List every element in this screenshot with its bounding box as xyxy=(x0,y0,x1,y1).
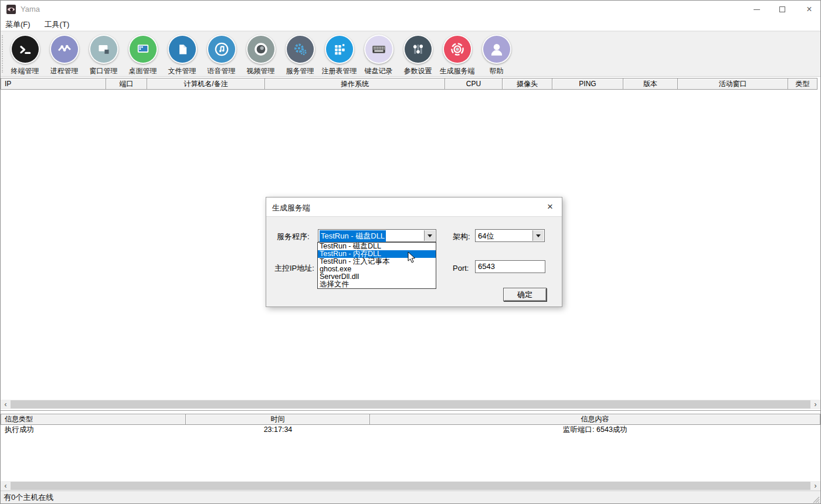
file-icon xyxy=(168,35,197,64)
host-column-header-2[interactable]: 计算机名/备注 xyxy=(147,78,265,90)
toolbar-button-0[interactable]: 终端管理 xyxy=(5,32,45,76)
toolbar-button-4[interactable]: 文件管理 xyxy=(162,32,202,76)
host-list-hscrollbar[interactable]: ‹ › xyxy=(1,400,820,409)
toolbar-button-10[interactable]: 参数设置 xyxy=(398,32,437,76)
message-column-header-1[interactable]: 时间 xyxy=(186,414,370,425)
toolbar-button-label: 生成服务端 xyxy=(440,66,475,76)
close-icon: × xyxy=(547,201,553,213)
host-column-header-6[interactable]: PING xyxy=(552,78,623,90)
host-column-header-8[interactable]: 活动窗口 xyxy=(678,78,788,90)
desktop-icon xyxy=(128,35,158,64)
build-server-icon xyxy=(443,35,472,64)
toolbar-button-7[interactable]: 服务管理 xyxy=(280,32,320,76)
host-header-filler xyxy=(817,78,820,90)
toolbar-button-12[interactable]: 帮助 xyxy=(477,32,516,76)
menu-item-tools[interactable]: 工具(T) xyxy=(38,18,77,31)
mouse-cursor xyxy=(408,251,417,264)
menu-bar: 菜单(F)工具(T) xyxy=(1,18,820,31)
toolbar-gripper xyxy=(2,35,4,73)
chevron-down-icon[interactable] xyxy=(532,230,544,241)
message-table-header: 信息类型时间信息内容 xyxy=(1,414,820,425)
toolbar-button-6[interactable]: 视频管理 xyxy=(241,32,280,76)
message-cell: 监听端口: 6543成功 xyxy=(370,425,820,435)
toolbar-button-label: 语音管理 xyxy=(208,66,236,76)
close-button[interactable]: × xyxy=(796,1,821,18)
scroll-right-icon[interactable]: › xyxy=(810,400,820,409)
host-column-header-7[interactable]: 版本 xyxy=(623,78,678,90)
menu-item-menu[interactable]: 菜单(F) xyxy=(1,18,38,31)
settings-icon xyxy=(403,35,433,64)
architecture-combobox[interactable]: 64位 xyxy=(475,229,545,242)
ok-button[interactable]: 确定 xyxy=(503,288,547,301)
host-table-header: IP端口计算机名/备注操作系统CPU摄像头PING版本活动窗口类型 xyxy=(1,78,820,90)
toolbar-button-label: 参数设置 xyxy=(404,66,432,76)
dialog-title: 生成服务端 xyxy=(272,203,310,213)
toolbar: 终端管理进程管理窗口管理桌面管理文件管理语音管理视频管理服务管理注册表管理键盘记… xyxy=(1,31,820,77)
service-program-dropdown-list: TestRun - 磁盘DLLTestRun - 内存DLLTestRun - … xyxy=(317,242,436,289)
toolbar-button-label: 进程管理 xyxy=(50,66,79,76)
minimize-button[interactable] xyxy=(743,1,770,18)
architecture-value: 64位 xyxy=(477,230,495,242)
message-row[interactable]: 执行成功23:17:34监听端口: 6543成功 xyxy=(1,425,820,435)
registry-icon xyxy=(325,35,354,64)
toolbar-button-label: 帮助 xyxy=(490,66,504,76)
toolbar-button-11[interactable]: 生成服务端 xyxy=(437,32,477,76)
dialog-title-bar[interactable]: 生成服务端 × xyxy=(266,197,562,217)
toolbar-button-label: 文件管理 xyxy=(168,66,196,76)
host-column-header-9[interactable]: 类型 xyxy=(788,78,817,90)
terminal-icon xyxy=(11,35,40,64)
title-bar: Yama × xyxy=(1,1,820,18)
message-list-hscrollbar[interactable]: ‹ › xyxy=(1,481,820,491)
toolbar-button-3[interactable]: 桌面管理 xyxy=(123,32,162,76)
maximize-button[interactable] xyxy=(769,1,796,18)
audio-icon xyxy=(207,35,236,64)
master-ip-label: 主控IP地址: xyxy=(274,263,314,274)
host-column-header-0[interactable]: IP xyxy=(1,78,106,90)
app-icon xyxy=(6,5,16,14)
toolbar-button-9[interactable]: 键盘记录 xyxy=(359,32,398,76)
scrollbar-thumb[interactable] xyxy=(11,400,810,408)
scroll-right-icon[interactable]: › xyxy=(810,481,820,491)
toolbar-button-label: 桌面管理 xyxy=(129,66,157,76)
message-list-area[interactable]: 执行成功23:17:34监听端口: 6543成功 xyxy=(1,425,820,481)
toolbar-button-label: 注册表管理 xyxy=(322,66,357,76)
status-bar: 有0个主机在线 xyxy=(1,491,820,504)
toolbar-button-2[interactable]: 窗口管理 xyxy=(84,32,123,76)
resize-grip[interactable] xyxy=(812,496,820,503)
services-icon xyxy=(286,35,315,64)
help-icon xyxy=(482,35,511,64)
scrollbar-thumb[interactable] xyxy=(11,482,810,490)
toolbar-button-1[interactable]: 进程管理 xyxy=(45,32,84,76)
chevron-down-icon[interactable] xyxy=(424,230,435,241)
toolbar-button-label: 视频管理 xyxy=(247,66,275,76)
message-column-header-2[interactable]: 信息内容 xyxy=(370,414,820,425)
host-column-header-4[interactable]: CPU xyxy=(445,78,503,90)
scroll-left-icon[interactable]: ‹ xyxy=(1,481,11,491)
toolbar-button-5[interactable]: 语音管理 xyxy=(202,32,241,76)
message-cell: 执行成功 xyxy=(1,425,186,435)
window-title: Yama xyxy=(21,5,40,13)
toolbar-button-label: 键盘记录 xyxy=(365,66,393,76)
process-icon xyxy=(50,35,79,64)
keylogger-icon xyxy=(364,35,393,64)
service-program-combobox[interactable]: TestRun - 磁盘DLL xyxy=(318,229,436,242)
dropdown-item-5[interactable]: 选择文件 xyxy=(318,281,436,288)
status-text: 有0个主机在线 xyxy=(1,492,53,503)
message-cell: 23:17:34 xyxy=(186,425,370,435)
host-column-header-5[interactable]: 摄像头 xyxy=(503,78,552,90)
app-window: Yama × 菜单(F)工具(T) 终端管理进程管理窗口管理桌面管理文件管理语音… xyxy=(0,0,821,504)
toolbar-button-8[interactable]: 注册表管理 xyxy=(320,32,359,76)
host-column-header-1[interactable]: 端口 xyxy=(106,78,147,90)
window-icon xyxy=(89,35,118,64)
video-icon xyxy=(246,35,276,64)
dialog-close-button[interactable]: × xyxy=(542,200,558,214)
panel-splitter[interactable] xyxy=(1,410,820,411)
architecture-label: 架构: xyxy=(453,231,470,242)
scroll-left-icon[interactable]: ‹ xyxy=(1,400,11,409)
port-label: Port: xyxy=(453,264,469,273)
port-input[interactable]: 6543 xyxy=(475,260,545,273)
service-program-label: 服务程序: xyxy=(277,231,310,242)
message-column-header-0[interactable]: 信息类型 xyxy=(1,414,186,425)
host-column-header-3[interactable]: 操作系统 xyxy=(265,78,445,90)
close-icon: × xyxy=(806,5,812,14)
